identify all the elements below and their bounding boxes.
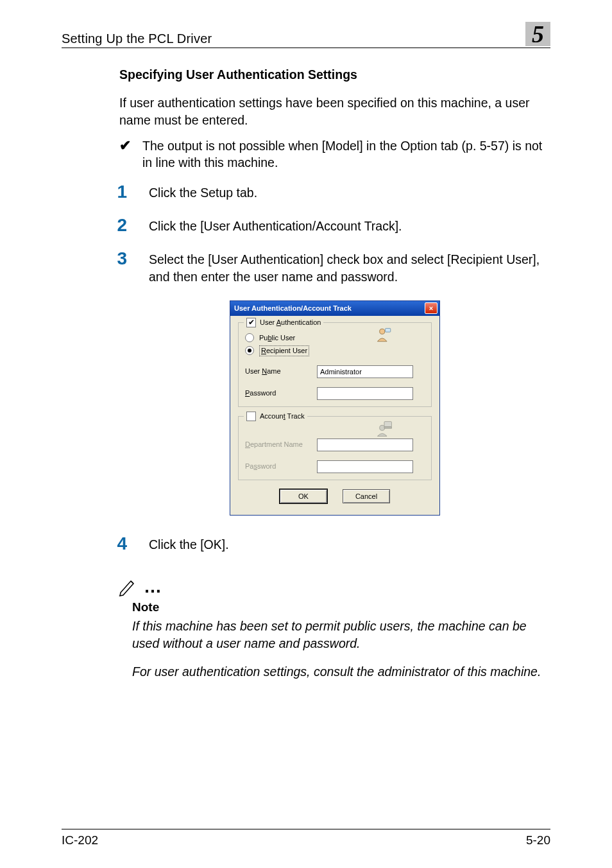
checkmark-icon: ✔ bbox=[119, 137, 131, 171]
dialog-title: User Authentication/Account Track bbox=[234, 304, 352, 313]
close-button[interactable]: × bbox=[425, 302, 438, 314]
page-header: Setting Up the PCL Driver 5 bbox=[62, 22, 550, 48]
account-password-input bbox=[317, 460, 413, 473]
step-text: Select the [User Authentication] check b… bbox=[149, 250, 550, 285]
page: Setting Up the PCL Driver 5 Specifying U… bbox=[0, 0, 612, 868]
recipient-user-label: Recipient User bbox=[259, 345, 309, 356]
radio-icon[interactable] bbox=[245, 346, 254, 355]
user-auth-dialog: User Authentication/Account Track × ✔ Us… bbox=[230, 300, 440, 516]
user-auth-label: User Authentication bbox=[260, 318, 321, 327]
dialog-titlebar[interactable]: User Authentication/Account Track × bbox=[230, 301, 439, 316]
account-icon bbox=[376, 421, 393, 440]
footer-right: 5-20 bbox=[526, 833, 550, 847]
section-heading: Specifying User Authentication Settings bbox=[119, 66, 550, 83]
user-auth-group: ✔ User Authentication bbox=[238, 322, 432, 407]
bullet-text: The output is not possible when [Model] … bbox=[142, 137, 550, 171]
password-input[interactable] bbox=[317, 387, 413, 400]
radio-icon[interactable] bbox=[245, 333, 254, 342]
account-password-label: Password bbox=[245, 462, 310, 471]
recipient-user-radio[interactable]: Recipient User bbox=[245, 345, 425, 356]
step-number: 3 bbox=[115, 250, 127, 285]
username-row: User Name Administrator bbox=[245, 365, 425, 378]
ellipsis-icon: … bbox=[144, 575, 166, 599]
user-icon bbox=[376, 327, 393, 346]
dialog-container: User Authentication/Account Track × ✔ Us… bbox=[119, 300, 550, 516]
chapter-badge: 5 bbox=[525, 22, 550, 46]
step-text: Click the Setup tab. bbox=[149, 183, 257, 201]
page-footer: IC-202 5-20 bbox=[62, 829, 550, 847]
intro-paragraph: If user authentication settings have bee… bbox=[119, 94, 550, 128]
chapter-number: 5 bbox=[532, 21, 544, 48]
username-input[interactable]: Administrator bbox=[317, 365, 413, 378]
account-track-checkbox[interactable] bbox=[246, 412, 256, 421]
public-user-label: Public User bbox=[259, 333, 295, 343]
department-input bbox=[317, 438, 413, 451]
note-block: … Note If this machine has been set to p… bbox=[119, 572, 550, 680]
public-user-radio[interactable]: Public User bbox=[245, 333, 425, 343]
dialog-buttons: OK Cancel bbox=[238, 489, 432, 503]
step-number: 1 bbox=[115, 183, 127, 201]
account-track-label: Account Track bbox=[260, 412, 305, 421]
step-4: 4 Click the [OK]. bbox=[119, 535, 550, 553]
step-number: 4 bbox=[115, 535, 127, 553]
svg-point-0 bbox=[380, 329, 385, 334]
ok-button[interactable]: OK bbox=[280, 489, 327, 503]
header-title: Setting Up the PCL Driver bbox=[62, 31, 212, 46]
department-row: Department Name bbox=[245, 438, 425, 451]
step-2: 2 Click the [User Authentication/Account… bbox=[119, 216, 550, 234]
checkmark-bullet: ✔ The output is not possible when [Model… bbox=[119, 137, 550, 171]
section-body: Specifying User Authentication Settings … bbox=[62, 48, 550, 680]
note-paragraph-1: If this machine has been set to permit p… bbox=[132, 618, 550, 652]
svg-rect-1 bbox=[386, 328, 391, 332]
account-password-row: Password bbox=[245, 460, 425, 473]
svg-rect-4 bbox=[384, 426, 391, 428]
svg-rect-3 bbox=[384, 421, 391, 426]
step-number: 2 bbox=[115, 216, 127, 234]
password-label: Password bbox=[245, 388, 310, 398]
user-auth-legend[interactable]: ✔ User Authentication bbox=[244, 318, 323, 327]
dialog-body: ✔ User Authentication bbox=[230, 316, 439, 515]
step-3: 3 Select the [User Authentication] check… bbox=[119, 250, 550, 285]
cancel-button[interactable]: Cancel bbox=[343, 489, 390, 503]
account-track-group: Account Track bbox=[238, 416, 432, 480]
department-label: Department Name bbox=[245, 440, 310, 449]
footer-left: IC-202 bbox=[62, 833, 98, 847]
step-text: Click the [OK]. bbox=[149, 535, 229, 553]
step-text: Click the [User Authentication/Account T… bbox=[149, 216, 402, 234]
pencil-icon: … bbox=[118, 572, 550, 596]
note-heading: Note bbox=[132, 599, 550, 616]
svg-point-5 bbox=[119, 595, 120, 596]
password-row: Password bbox=[245, 387, 425, 400]
step-1: 1 Click the Setup tab. bbox=[119, 183, 550, 201]
username-label: User Name bbox=[245, 367, 310, 376]
note-paragraph-2: For user authentication settings, consul… bbox=[132, 663, 550, 680]
account-track-legend[interactable]: Account Track bbox=[244, 412, 307, 421]
user-auth-checkbox[interactable]: ✔ bbox=[246, 318, 256, 327]
